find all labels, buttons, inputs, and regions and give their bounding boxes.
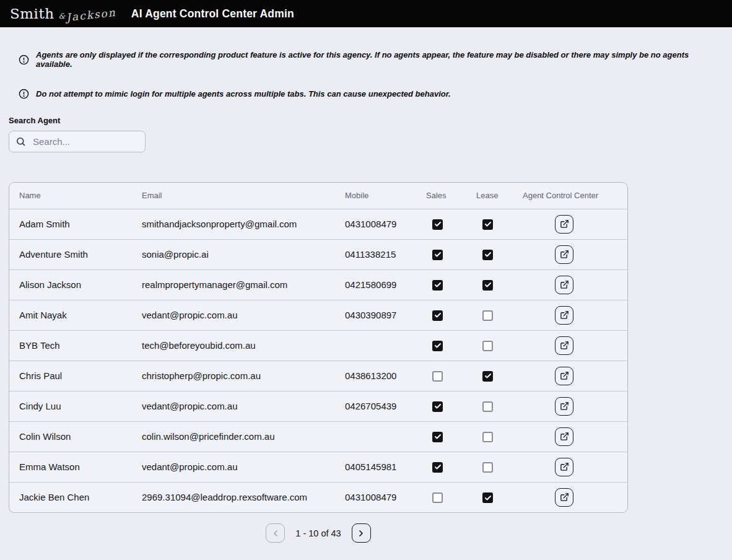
agent-control-center-link-button[interactable] xyxy=(555,397,573,416)
logo-text-primary: Smith xyxy=(10,6,54,22)
search-input[interactable] xyxy=(32,136,139,147)
agent-control-center-cell xyxy=(513,300,628,330)
agents-table: Name Email Mobile Sales Lease Agent Cont… xyxy=(9,183,628,512)
sales-cell xyxy=(416,421,466,452)
agent-name-cell: Adventure Smith xyxy=(9,239,132,269)
sales-checkbox[interactable] xyxy=(432,371,443,382)
lease-checkbox[interactable] xyxy=(482,432,493,442)
agent-email-cell: 2969.31094@leaddrop.rexsoftware.com xyxy=(132,482,335,512)
top-bar: Smith & Jackson AI Agent Control Center … xyxy=(0,0,732,27)
agent-control-center-link-button[interactable] xyxy=(555,336,573,355)
lease-checkbox[interactable] xyxy=(482,341,493,351)
lease-checkbox[interactable] xyxy=(482,462,493,473)
agent-control-center-cell xyxy=(513,209,628,239)
lease-checkbox[interactable] xyxy=(482,250,493,260)
sales-cell xyxy=(416,482,466,512)
lease-cell xyxy=(466,209,513,239)
sales-checkbox[interactable] xyxy=(432,401,443,412)
agency-logo: Smith & Jackson xyxy=(10,6,116,22)
agent-name-cell: Cindy Luu xyxy=(9,391,132,421)
sales-cell xyxy=(416,361,466,391)
lease-checkbox[interactable] xyxy=(482,310,493,321)
notice-multi-tab-warning: Do not attempt to mimic login for multip… xyxy=(9,89,723,99)
table-row: Chris Paul christopherp@propic.com.au 04… xyxy=(9,361,628,391)
agent-control-center-cell xyxy=(513,421,628,452)
sales-checkbox[interactable] xyxy=(432,250,443,260)
lease-cell xyxy=(466,482,513,512)
search-box[interactable] xyxy=(9,131,146,152)
external-link-icon xyxy=(560,371,569,380)
table-row: Amit Nayak vedant@propic.com.au 04303908… xyxy=(9,300,628,330)
sales-cell xyxy=(416,300,466,330)
column-header-agent-control-center: Agent Control Center xyxy=(513,183,628,209)
pagination-range-label: 1 - 10 of 43 xyxy=(295,528,341,538)
lease-cell xyxy=(466,239,513,269)
agent-mobile-cell: 0421580699 xyxy=(335,269,416,300)
agent-name-cell: Adam Smith xyxy=(9,209,132,239)
agent-control-center-link-button[interactable] xyxy=(555,367,573,385)
lease-checkbox[interactable] xyxy=(482,371,493,382)
agents-table-card: Name Email Mobile Sales Lease Agent Cont… xyxy=(9,182,628,513)
column-header-sales: Sales xyxy=(416,183,466,209)
agent-control-center-link-button[interactable] xyxy=(555,458,573,476)
agent-control-center-cell xyxy=(513,482,628,512)
agent-control-center-cell xyxy=(513,361,628,391)
sales-cell xyxy=(416,269,466,300)
sales-checkbox[interactable] xyxy=(432,280,443,291)
sales-checkbox[interactable] xyxy=(432,341,443,351)
sales-cell xyxy=(416,209,466,239)
notice-feature-visibility: Agents are only displayed if the corresp… xyxy=(9,50,723,69)
agent-name-cell: Chris Paul xyxy=(9,361,132,391)
sales-cell xyxy=(416,330,466,361)
agent-mobile-cell: 0430390897 xyxy=(335,300,416,330)
lease-checkbox[interactable] xyxy=(482,280,493,291)
logo-text-secondary: Jackson xyxy=(66,6,116,24)
agent-email-cell: smithandjacksonproperty@gmail.com xyxy=(132,209,335,239)
sales-checkbox[interactable] xyxy=(432,432,443,442)
chevron-right-icon xyxy=(356,528,366,538)
lease-checkbox[interactable] xyxy=(482,401,493,412)
agent-email-cell: vedant@propic.com.au xyxy=(132,452,335,482)
agent-name-cell: Jackie Ben Chen xyxy=(9,482,132,512)
external-link-icon xyxy=(560,462,569,471)
agent-control-center-link-button[interactable] xyxy=(555,215,573,234)
agent-control-center-link-button[interactable] xyxy=(555,276,573,294)
chevron-left-icon xyxy=(271,528,281,538)
agent-control-center-link-button[interactable] xyxy=(555,306,573,325)
agent-email-cell: colin.wilson@pricefinder.com.au xyxy=(132,421,335,452)
lease-checkbox[interactable] xyxy=(482,219,493,230)
sales-checkbox[interactable] xyxy=(432,492,443,503)
sales-checkbox[interactable] xyxy=(432,219,443,230)
next-page-button[interactable] xyxy=(352,523,371,543)
agent-control-center-link-button[interactable] xyxy=(555,488,573,507)
logo-ampersand: & xyxy=(58,12,65,20)
column-header-mobile: Mobile xyxy=(335,183,416,209)
agent-mobile-cell xyxy=(335,421,416,452)
table-row: Jackie Ben Chen 2969.31094@leaddrop.rexs… xyxy=(9,482,628,512)
agent-name-cell: Colin Wilson xyxy=(9,421,132,452)
external-link-icon xyxy=(560,280,569,289)
notice-text: Do not attempt to mimic login for multip… xyxy=(36,89,451,98)
table-row: Adam Smith smithandjacksonproperty@gmail… xyxy=(9,209,628,239)
external-link-icon xyxy=(560,341,569,350)
agent-control-center-cell xyxy=(513,330,628,361)
sales-cell xyxy=(416,452,466,482)
previous-page-button[interactable] xyxy=(266,523,285,543)
agent-email-cell: sonia@propic.ai xyxy=(132,239,335,269)
pagination: 1 - 10 of 43 xyxy=(9,523,628,543)
table-header-row: Name Email Mobile Sales Lease Agent Cont… xyxy=(9,183,628,209)
agent-name-cell: BYB Tech xyxy=(9,330,132,361)
external-link-icon xyxy=(560,250,569,259)
column-header-email: Email xyxy=(132,183,335,209)
lease-cell xyxy=(466,421,513,452)
lease-checkbox[interactable] xyxy=(482,492,493,503)
agent-control-center-link-button[interactable] xyxy=(555,427,573,446)
sales-checkbox[interactable] xyxy=(432,462,443,473)
agent-control-center-cell xyxy=(513,452,628,482)
sales-checkbox[interactable] xyxy=(432,310,443,321)
agent-control-center-cell xyxy=(513,269,628,300)
agent-control-center-link-button[interactable] xyxy=(555,245,573,264)
agent-mobile-cell: 0426705439 xyxy=(335,391,416,421)
agent-name-cell: Amit Nayak xyxy=(9,300,132,330)
external-link-icon xyxy=(560,310,569,320)
